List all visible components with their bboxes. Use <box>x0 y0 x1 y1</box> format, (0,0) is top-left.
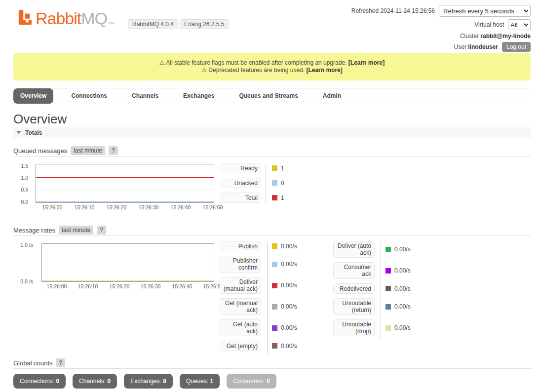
deliver-auto-toggle-button[interactable]: Deliver (auto ack) <box>333 241 375 258</box>
exchanges-count-badge[interactable]: Exchanges: 8 <box>124 374 173 389</box>
unacked-toggle-button[interactable]: Unacked <box>220 178 261 188</box>
total-toggle-button[interactable]: Total <box>220 193 261 203</box>
consumers-count-badge[interactable]: Consumers: 0 <box>227 374 276 389</box>
refresh-row: Refreshed 2024-11-24 15:26:56 Refresh ev… <box>351 5 531 17</box>
tab-admin[interactable]: Admin <box>316 88 348 102</box>
x-tick: 15:26:20 <box>107 204 127 210</box>
logout-button[interactable]: Log out <box>502 42 531 52</box>
range-badge[interactable]: last minute <box>71 146 105 155</box>
unroutable-drop-toggle-button[interactable]: Unroutable (drop) <box>333 319 375 336</box>
virtual-host-label: Virtual host <box>474 21 504 28</box>
erlang-version-badge: Erlang 26.2.5.5 <box>180 19 229 29</box>
ready-value: 1 <box>281 165 284 172</box>
publisher-confirm-toggle-button[interactable]: Publisher confirm <box>220 256 261 273</box>
message-rates-legend-left: Publish 0.00/s Publisher confirm 0.00/s … <box>220 241 313 355</box>
get-empty-toggle-button[interactable]: Get (empty) <box>220 341 261 351</box>
warning-line-deprecated: ⚠ Deprecated features are being used. [L… <box>13 67 531 74</box>
rabbitmq-overview-page: RabbitMQ TM RabbitMQ 4.0.4 Erlang 26.2.5… <box>0 0 540 392</box>
connections-count-badge[interactable]: Connections: 0 <box>13 374 66 389</box>
main-tab-bar: Overview Connections Channels Exchanges … <box>13 88 531 102</box>
rabbitmq-logo[interactable]: RabbitMQ TM <box>18 9 114 27</box>
tab-queues-and-streams[interactable]: Queues and Streams <box>232 88 305 102</box>
publish-swatch <box>272 243 277 249</box>
total-value: 1 <box>281 195 284 201</box>
get-manual-toggle-button[interactable]: Get (manual ack) <box>220 298 261 315</box>
legend-row-get-manual: Get (manual ack) 0.00/s <box>220 298 313 315</box>
queued-messages-chart: 15:26:00 15:26:10 15:26:20 15:26:30 15:2… <box>36 164 214 203</box>
help-icon[interactable]: ? <box>97 226 106 235</box>
help-icon[interactable]: ? <box>109 146 118 155</box>
tab-exchanges[interactable]: Exchanges <box>176 88 221 102</box>
x-tick: 15:26:10 <box>75 204 95 210</box>
redelivered-toggle-button[interactable]: Redelivered <box>333 283 375 294</box>
legend-row-get-auto: Get (auto ack) 0.00/s <box>220 319 313 336</box>
ready-toggle-button[interactable]: Ready <box>220 163 261 173</box>
x-tick: 15:26:40 <box>171 204 191 210</box>
get-empty-swatch <box>272 343 277 349</box>
rabbit-icon <box>18 9 33 26</box>
cluster-name: rabbit@my-linode <box>480 33 531 39</box>
user-name: linodeuser <box>468 43 498 50</box>
logo-trademark: TM <box>108 21 114 25</box>
message-rates-header: Message rates last minute ? <box>13 225 531 236</box>
legend-divider <box>267 242 268 354</box>
totals-section-header[interactable]: Totals <box>13 127 531 138</box>
refresh-interval-select[interactable]: Refresh every 5 seconds <box>439 5 531 17</box>
logo-mq: MQ <box>81 9 107 28</box>
total-series-line <box>36 177 214 178</box>
learn-more-link[interactable]: [Learn more] <box>306 67 342 74</box>
unacked-series-line <box>36 201 214 202</box>
virtual-host-select[interactable]: All <box>508 19 531 30</box>
unroutable-return-toggle-button[interactable]: Unroutable (return) <box>333 298 375 315</box>
consumer-ack-toggle-button[interactable]: Consumer ack <box>333 262 375 279</box>
get-manual-swatch <box>272 304 277 310</box>
publisher-confirm-swatch <box>272 262 277 267</box>
deliver-manual-rate: 0.00/s <box>281 282 297 289</box>
queued-messages-legend: Ready 1 Unacked 0 Total 1 <box>220 163 313 207</box>
unroutable-drop-rate: 0.00/s <box>394 324 411 331</box>
deliver-manual-swatch <box>272 283 277 288</box>
legend-row-deliver-manual: Deliver (manual ack) 0.00/s <box>220 277 313 294</box>
total-swatch <box>272 195 277 200</box>
legend-row-total: Total 1 <box>220 193 313 203</box>
deliver-auto-swatch <box>386 247 391 252</box>
page-title: Overview <box>13 112 67 127</box>
legend-row-publish: Publish 0.00/s <box>220 241 313 251</box>
unroutable-return-swatch <box>386 304 391 310</box>
publish-toggle-button[interactable]: Publish <box>220 241 261 251</box>
ready-swatch <box>272 165 277 171</box>
queued-messages-header: Queued messages last minute ? <box>13 145 531 157</box>
help-icon[interactable]: ? <box>56 358 66 367</box>
tab-channels[interactable]: Channels <box>125 88 165 102</box>
redelivered-swatch <box>386 286 391 291</box>
cluster-row: Cluster rabbit@my-linode <box>351 33 531 39</box>
global-count-badges: Connections: 0 Channels: 0 Exchanges: 8 … <box>13 374 283 389</box>
legend-row-unroutable-drop: Unroutable (drop) 0.00/s <box>333 319 427 336</box>
range-badge[interactable]: last minute <box>59 226 93 235</box>
consumer-ack-rate: 0.00/s <box>394 267 411 274</box>
get-auto-toggle-button[interactable]: Get (auto ack) <box>220 319 261 336</box>
legend-row-unroutable-return: Unroutable (return) 0.00/s <box>333 298 427 315</box>
legend-row-unacked: Unacked 0 <box>220 178 313 188</box>
unroutable-return-rate: 0.00/s <box>394 303 411 310</box>
user-label: User <box>454 43 466 50</box>
tab-connections[interactable]: Connections <box>64 88 114 102</box>
x-tick: 15:26:20 <box>110 283 130 289</box>
queued-messages-title: Queued messages <box>13 147 67 155</box>
learn-more-link[interactable]: [Learn more] <box>348 59 385 66</box>
deliver-manual-toggle-button[interactable]: Deliver (manual ack) <box>220 277 261 294</box>
channels-count-badge[interactable]: Channels: 0 <box>73 374 117 389</box>
queues-count-badge[interactable]: Queues: 1 <box>180 374 220 389</box>
y-tick: 0.5 <box>8 187 28 193</box>
user-row: User linodeuser Log out <box>351 42 531 52</box>
message-rates-title: Message rates <box>13 227 55 234</box>
message-rates-chart: 15:26:00 15:26:10 15:26:20 15:26:30 15:2… <box>41 243 214 282</box>
y-tick: 1.0 <box>8 175 28 181</box>
tab-overview[interactable]: Overview <box>13 88 53 104</box>
y-tick: 0.0 <box>8 199 28 205</box>
consumer-ack-swatch <box>386 268 391 274</box>
get-auto-rate: 0.00/s <box>281 324 297 331</box>
legend-row-deliver-auto: Deliver (auto ack) 0.00/s <box>333 241 427 258</box>
logo-rabbit: Rabbit <box>36 9 81 28</box>
global-counts-title: Global counts <box>13 359 53 367</box>
